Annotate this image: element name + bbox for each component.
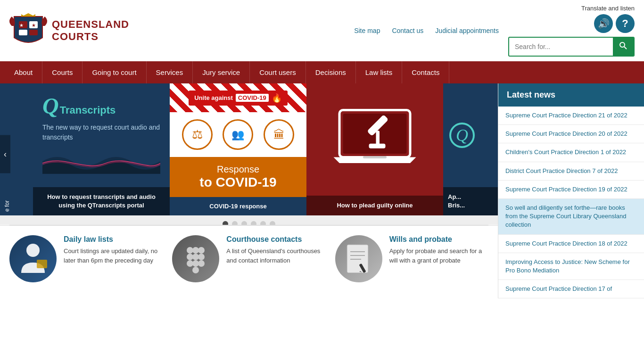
svg-point-26 [198, 260, 205, 267]
carousel-slides: e for Q Transcripts The new way to reque… [0, 83, 498, 215]
news-link-5[interactable]: Supreme Court Practice Direction 19 of 2… [505, 185, 637, 194]
law-lists-avatar [9, 235, 57, 282]
wills-link[interactable]: Wills and probate [389, 235, 488, 244]
slide-covid[interactable]: Unite against COVID-19 🔥 ⚖ 👥 🏛 Response [170, 83, 306, 215]
news-link-7[interactable]: Supreme Court Practice Direction 18 of 2… [505, 239, 637, 248]
covid-caption: COVID-19 response [170, 197, 306, 215]
court-building-icon: 🏛 [264, 119, 294, 150]
news-panel: Latest news Supreme Court Practice Direc… [498, 83, 644, 298]
svg-line-7 [624, 47, 627, 49]
main-content: ‹ e for Q Transcripts The new way to req… [0, 83, 644, 298]
search-button[interactable] [613, 38, 634, 56]
nav-law-lists[interactable]: Law lists [356, 61, 403, 83]
courthouse-text: Courthouse contacts A list of Queensland… [226, 235, 325, 265]
help-button[interactable]: ? [616, 14, 635, 33]
news-list: Supreme Court Practice Direction 21 of 2… [498, 107, 644, 298]
person-with-folder-icon [14, 240, 52, 278]
dot-5[interactable] [260, 221, 266, 225]
news-item-8: Improving Access to Justice: New Scheme … [498, 253, 644, 280]
coat-of-arms-icon: ★ ★ [9, 12, 47, 49]
dot-3[interactable] [241, 221, 247, 225]
nav-about[interactable]: About [0, 61, 42, 83]
dot-4[interactable] [251, 221, 256, 225]
covid-icons-row: ⚖ 👥 🏛 [170, 112, 306, 157]
law-lists-desc: Court listings are updated daily, no lat… [64, 247, 163, 265]
svg-text:★: ★ [19, 23, 24, 28]
nav-court-users[interactable]: Court users [250, 61, 306, 83]
nav-courts[interactable]: Courts [42, 61, 83, 83]
search-icon [619, 42, 627, 49]
news-link-8[interactable]: Improving Access to Justice: New Scheme … [505, 258, 637, 275]
contactus-link[interactable]: Contact us [392, 27, 423, 34]
nav-jury-service[interactable]: Jury service [193, 61, 250, 83]
svg-point-21 [187, 254, 193, 260]
news-item-5: Supreme Court Practice Direction 19 of 2… [498, 181, 644, 199]
q-caption: How to request transcripts and audio usi… [33, 187, 170, 215]
nav-going-to-court[interactable]: Going to court [83, 61, 146, 83]
wills-text: Wills and probate Apply for probate and … [389, 235, 488, 265]
covid-stripes: Unite against COVID-19 🔥 [170, 83, 306, 112]
q-description: The new way to request court audio and t… [42, 123, 160, 142]
translate-label: Translate and listen [581, 5, 635, 12]
news-item-6: So well and diligently set forthe—rare b… [498, 199, 644, 235]
dot-2[interactable] [232, 221, 238, 225]
scales-icon: ⚖ [182, 119, 213, 150]
svg-point-16 [26, 244, 40, 257]
guilty-caption: How to plead guilty online [306, 196, 443, 215]
svg-text:Q: Q [456, 126, 468, 145]
quick-link-wills: Wills and probate Apply for probate and … [335, 235, 488, 282]
nav-contacts[interactable]: Contacts [402, 61, 449, 83]
partial-right-caption: Ap...Bris... [443, 187, 498, 215]
courthouse-desc: A list of Queensland's courthouses and c… [226, 247, 325, 265]
partial-q-icon: Q [448, 121, 476, 149]
news-item-7: Supreme Court Practice Direction 18 of 2… [498, 235, 644, 253]
svg-rect-17 [37, 260, 47, 268]
svg-rect-2 [19, 30, 27, 35]
news-link-1[interactable]: Supreme Court Practice Direction 21 of 2… [505, 111, 637, 120]
svg-point-18 [187, 247, 193, 254]
svg-point-22 [192, 254, 199, 260]
covid-response-text: Response [177, 164, 299, 175]
carousel-prev-button[interactable]: ‹ [0, 135, 10, 173]
covid-response-box: Response to COVID-19 [170, 157, 306, 197]
sitemap-link[interactable]: Site map [354, 27, 380, 34]
nav-decisions[interactable]: Decisions [306, 61, 356, 83]
guilty-visual [306, 83, 443, 196]
dialpad-icon [177, 240, 215, 278]
partial-right-content: Q [443, 83, 498, 187]
courthouse-link[interactable]: Courthouse contacts [226, 235, 325, 244]
wills-desc: Apply for probate and search for a will … [389, 247, 488, 265]
nav-services[interactable]: Services [147, 61, 193, 83]
quick-link-law-lists: Daily law lists Court listings are updat… [9, 235, 163, 282]
news-item-4: District Court Practice Direction 7 of 2… [498, 162, 644, 181]
dot-6[interactable] [270, 221, 275, 225]
news-link-3[interactable]: Children's Court Practice Direction 1 of… [505, 148, 637, 156]
judicial-link[interactable]: Judicial appointments [435, 27, 499, 34]
slide-partial-right[interactable]: Q Ap...Bris... [443, 83, 498, 215]
left-content: ‹ e for Q Transcripts The new way to req… [0, 83, 498, 298]
law-lists-text: Daily law lists Court listings are updat… [64, 235, 163, 265]
news-link-4[interactable]: District Court Practice Direction 7 of 2… [505, 167, 637, 175]
dot-1[interactable] [223, 221, 228, 225]
news-item-2: Supreme Court Practice Direction 20 of 2… [498, 125, 644, 143]
news-link-6[interactable]: So well and diligently set forthe—rare b… [505, 204, 637, 230]
news-link-9[interactable]: Supreme Court Practice Direction 17 of [505, 285, 637, 293]
slide-qtranscripts[interactable]: Q Transcripts The new way to request cou… [33, 83, 170, 215]
law-lists-link[interactable]: Daily law lists [64, 235, 163, 244]
site-title: QUEENSLAND COURTS [52, 18, 129, 43]
search-input[interactable] [509, 39, 613, 54]
translate-area: Translate and listen 🔊 ? [581, 5, 635, 33]
news-item-9: Supreme Court Practice Direction 17 of [498, 280, 644, 298]
audio-button[interactable]: 🔊 [594, 14, 613, 33]
svg-point-20 [198, 247, 205, 254]
document-pen-icon [340, 240, 378, 278]
news-link-2[interactable]: Supreme Court Practice Direction 20 of 2… [505, 130, 637, 138]
svg-text:★: ★ [32, 23, 36, 28]
svg-rect-3 [29, 30, 38, 35]
svg-point-25 [192, 260, 199, 267]
slide-guilty[interactable]: How to plead guilty online [306, 83, 443, 215]
wills-avatar [335, 235, 382, 282]
wave-graphic [42, 147, 160, 175]
q-transcripts-title: Transcripts [60, 104, 116, 116]
svg-point-19 [192, 247, 199, 254]
